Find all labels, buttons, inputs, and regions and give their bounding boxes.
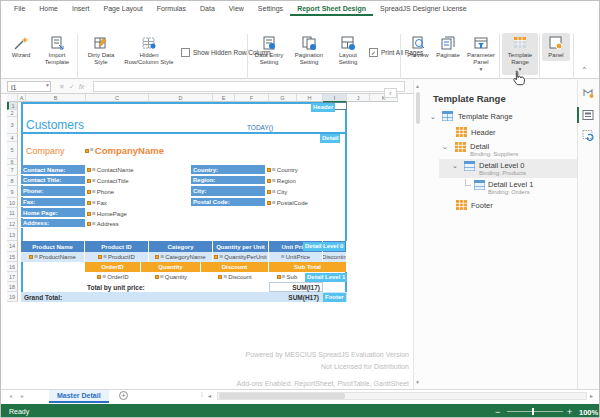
form-label[interactable]: Address: [21,219,85,228]
template-range-button[interactable]: Template Range ▼ [502,33,538,75]
column-header-e[interactable]: E [213,94,235,102]
form-label[interactable]: Contact Title: [21,176,85,185]
add-sheet-button[interactable]: + [119,391,128,400]
column-header-g[interactable]: G [269,94,297,102]
chevron-down-icon[interactable]: ⌄ [442,143,448,150]
detail-level-1-badge[interactable]: Detail Level 1 [305,273,347,282]
detail-range-badge[interactable]: Detail [320,134,340,143]
tree-item-header[interactable]: Header [471,128,496,137]
tab-file[interactable]: File [7,1,32,16]
tab-home[interactable]: Home [32,1,65,16]
row-header-16[interactable]: 16 [7,262,18,272]
row-header-4[interactable]: 4 [7,134,18,142]
column-header-j[interactable]: J [347,94,370,102]
column-header-b[interactable]: B [26,94,86,102]
tab-insert[interactable]: Insert [65,1,97,16]
subtable-header-cell[interactable]: Quantity [141,262,201,272]
row-header-7[interactable]: 7 [7,165,18,176]
scroll-up-icon[interactable]: ▲ [415,83,420,89]
fx-button[interactable]: fx [79,81,84,92]
tab-formulas[interactable]: Formulas [150,1,193,16]
tree-item-detail-level-1[interactable]: Detail Level 1 [488,180,533,189]
dirty-data-style-button[interactable]: Dirty Data Style [81,35,121,66]
form-field[interactable]: ≡City [267,189,287,196]
layout-setting-button[interactable]: Layout Setting [331,35,365,66]
table-field-cell[interactable]: ≡UnitPrice [269,252,323,262]
wizard-button[interactable]: Wizard [5,35,37,59]
panel-scrollbar-thumb[interactable] [416,92,420,124]
detail-level-0-badge[interactable]: Detail Level 0 [303,242,345,251]
zoom-slider-track[interactable] [507,411,563,412]
paginate-button[interactable]: Paginate [433,35,463,59]
form-field[interactable]: ≡Fax [87,200,107,207]
tab-view[interactable]: View [222,1,251,16]
form-label[interactable]: Postal Code: [191,198,265,207]
chevron-down-icon[interactable]: ⌄ [452,162,458,169]
form-label[interactable]: Home Page: [21,208,85,218]
footer-range-badge[interactable]: Footer [323,293,346,302]
table-field-cell[interactable]: ≡QuantityPerUnit [213,252,269,262]
hidden-row-column-style-button[interactable]: Hidden Row/Column Style [123,35,175,66]
column-header-c[interactable]: C [86,94,149,102]
cancel-formula-button[interactable]: ✕ [59,81,64,92]
confirm-formula-button[interactable]: ✓ [69,81,74,92]
form-field[interactable]: ≡HomePage [87,211,127,218]
row-header-5[interactable]: 5 [7,142,18,159]
subtable-field-cell[interactable]: ≡Sub [269,272,305,282]
tree-item-detail-level-0[interactable]: Detail Level 0 [479,161,524,170]
refresh-table-panel-icon[interactable] [582,129,594,141]
zoom-in-button[interactable]: + [567,407,572,417]
tab-spreadjs-designer-license[interactable]: SpreadJS Designer License [373,1,474,16]
table-header-cell[interactable]: Quantity per Unit [213,241,269,252]
form-label[interactable]: Contact Name: [21,165,85,175]
collapse-panel-button[interactable]: ‹ [384,88,397,98]
row-header-8[interactable]: 8 [7,176,18,186]
tab-data[interactable]: Data [193,1,222,16]
total-formula-cell[interactable]: SUM(I17) [269,282,323,292]
form-field[interactable]: ≡Phone [87,189,114,196]
form-field[interactable]: ≡Address [87,221,119,228]
name-box-dropdown-icon[interactable]: ▼ [45,82,50,88]
company-field[interactable]: ≡ CompanyName [85,145,164,156]
form-field[interactable]: ≡Region [267,178,296,185]
select-all-corner[interactable] [7,94,18,102]
form-label[interactable]: Region: [191,176,265,185]
pagination-setting-button[interactable]: Pagination Setting [289,35,329,66]
prev-sheet-button[interactable]: ◂ [9,392,12,399]
form-label[interactable]: Phone: [21,186,85,197]
template-range-panel-icon[interactable] [582,109,594,121]
table-field-cell[interactable]: ≡CategoryName [149,252,213,262]
tab-settings[interactable]: Settings [251,1,290,16]
zoom-out-button[interactable]: − [495,407,500,417]
table-header-cell[interactable]: Product ID [85,241,149,252]
horizontal-scrollbar-thumb[interactable] [219,393,345,399]
hscroll-left-icon[interactable]: ◂ [208,392,211,399]
form-label[interactable]: Fax: [21,198,85,207]
column-header-h[interactable]: H [297,94,323,102]
zoom-slider-thumb[interactable] [532,408,534,415]
row-header-9[interactable]: 9 [7,186,18,198]
header-range-badge[interactable]: Header [311,103,335,112]
table-field-cell[interactable]: ≡ProductName [21,252,85,262]
table-field-cell[interactable]: ≡Discontinued [323,252,347,262]
form-field[interactable]: ≡ContactName [87,167,133,174]
row-header-18[interactable]: 18 [7,282,18,292]
preview-button[interactable]: Preview [404,35,432,59]
column-header-i[interactable]: I [323,94,347,102]
table-field-cell[interactable]: ≡ProductID [85,252,149,262]
tab-page-layout[interactable]: Page Layout [96,1,149,16]
subtable-header-cell[interactable]: Sub Total [269,262,347,272]
formula-input[interactable] [93,81,405,92]
scroll-down-icon[interactable]: ▼ [415,379,420,385]
subtable-field-cell[interactable]: ≡OrderID [85,272,141,282]
collapse-ribbon-button[interactable]: ⌃ [581,66,588,75]
subtable-field-cell[interactable]: ≡Quantity [141,272,201,282]
sheet-tab-master-detail[interactable]: Master Detail [49,390,109,403]
panel-button[interactable]: Panel [542,33,570,61]
row-header-11[interactable]: 11 [7,208,18,219]
data-entry-setting-button[interactable]: Data Entry Setting [251,35,287,66]
tree-item-footer[interactable]: Footer [471,201,493,210]
hscroll-right-icon[interactable]: ▸ [590,392,593,399]
form-field[interactable]: ≡Country [267,167,298,174]
table-header-cell[interactable]: Category [149,241,213,252]
